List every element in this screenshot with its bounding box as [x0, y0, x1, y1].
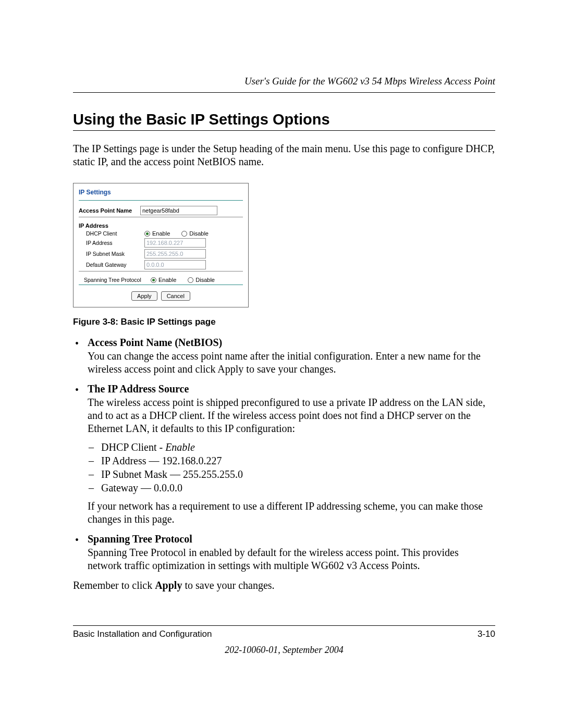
footer-section: Basic Installation and Configuration	[73, 629, 212, 639]
ip-address-label: IP Address	[79, 240, 144, 246]
footer-page-number: 3-10	[478, 629, 495, 639]
dash-item: IP Address — 192.168.0.227	[88, 454, 495, 467]
dhcp-client-label: DHCP Client	[79, 230, 144, 237]
intro-paragraph: The IP Settings page is under the Setup …	[73, 142, 495, 168]
dash-item: Gateway — 0.0.0.0	[88, 481, 495, 495]
stp-enable-label: Enable	[158, 277, 176, 283]
ip-address-input[interactable]	[144, 238, 206, 248]
dhcp-disable-radio[interactable]	[181, 231, 187, 237]
stp-disable-radio[interactable]	[188, 277, 193, 283]
dash-item: IP Subnet Mask — 255.255.255.0	[88, 467, 495, 481]
figure-caption: Figure 3-8: Basic IP Settings page	[73, 317, 495, 327]
ip-settings-screenshot: IP Settings Access Point Name IP Address…	[73, 183, 249, 307]
divider	[79, 200, 243, 201]
ap-name-input[interactable]	[140, 206, 217, 215]
bullet-title: Access Point Name (NetBIOS)	[88, 337, 495, 349]
apply-button[interactable]: Apply	[131, 291, 157, 301]
bullet-body: If your network has a requirement to use…	[88, 500, 483, 525]
stp-enable-radio[interactable]	[151, 277, 156, 283]
bullet-item: • Access Point Name (NetBIOS) You can ch…	[73, 337, 495, 376]
panel-title: IP Settings	[79, 187, 243, 199]
stp-label: Spanning Tree Protocol	[79, 277, 151, 283]
stp-disable-label: Disable	[195, 277, 215, 283]
divider	[79, 217, 243, 217]
section-title: Using the Basic IP Settings Options	[73, 111, 495, 131]
ip-address-section-label: IP Address	[79, 223, 243, 229]
cancel-button[interactable]: Cancel	[161, 291, 190, 301]
footer-pub-info: 202-10060-01, September 2004	[73, 645, 495, 656]
bullet-icon: •	[75, 384, 79, 396]
bullet-body: The wireless access point is shipped pre…	[88, 397, 485, 434]
bullet-title: The IP Address Source	[88, 383, 495, 395]
ap-name-label: Access Point Name	[79, 207, 140, 214]
disable-label: Disable	[189, 230, 209, 237]
dash-item: DHCP Client - Enable	[88, 440, 495, 454]
bullet-item: • Spanning Tree Protocol Spanning Tree P…	[73, 533, 495, 572]
divider	[79, 285, 243, 285]
bullet-icon: •	[75, 534, 79, 546]
enable-label: Enable	[152, 230, 170, 237]
subnet-mask-label: IP Subnet Mask	[79, 251, 144, 257]
subnet-mask-input[interactable]	[144, 249, 206, 258]
default-gateway-input[interactable]	[144, 260, 206, 269]
page-footer: Basic Installation and Configuration 3-1…	[73, 625, 495, 656]
bullet-body: Spanning Tree Protocol in enabled by def…	[88, 547, 459, 571]
dhcp-enable-radio[interactable]	[144, 231, 150, 237]
running-head: User's Guide for the WG602 v3 54 Mbps Wi…	[73, 76, 495, 93]
bullet-title: Spanning Tree Protocol	[88, 533, 495, 545]
closing-paragraph: Remember to click Apply to save your cha…	[73, 579, 495, 591]
bullet-item: • The IP Address Source The wireless acc…	[73, 383, 495, 526]
bullet-icon: •	[75, 338, 79, 350]
default-gateway-label: Default Gateway	[79, 262, 144, 268]
divider	[79, 271, 243, 272]
bullet-body: You can change the access point name aft…	[88, 350, 481, 375]
